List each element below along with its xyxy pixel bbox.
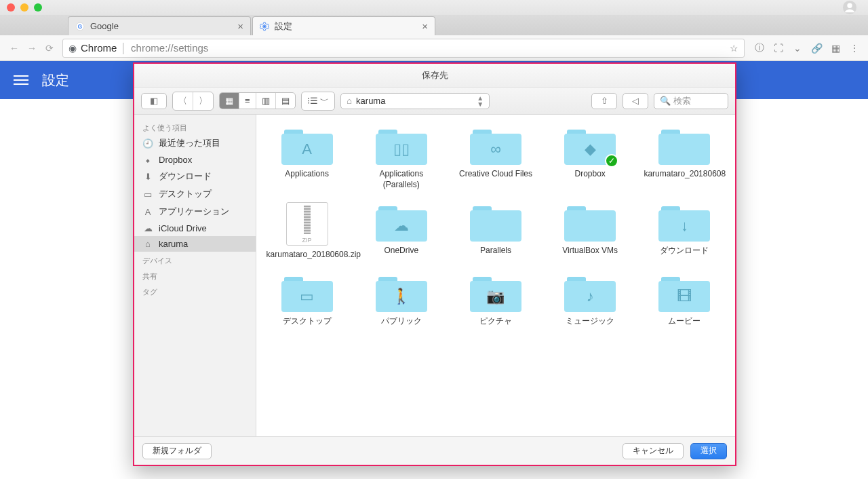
gear-favicon-icon xyxy=(260,22,269,31)
sidebar-item-icloud-drive[interactable]: ☁ iCloud Drive xyxy=(134,221,256,236)
extension-info-icon[interactable]: ⓘ xyxy=(751,42,768,54)
sidebar-item-アプリケーション[interactable]: A アプリケーション xyxy=(134,203,256,221)
file-item[interactable]: ◆ ✓ Dropbox xyxy=(547,126,634,190)
file-item[interactable]: A Applications xyxy=(263,126,351,190)
back-button[interactable]: ← xyxy=(5,43,23,54)
file-label: ムービー xyxy=(668,316,701,327)
extension-fullscreen-icon[interactable]: ⛶ xyxy=(770,43,787,54)
tags-button[interactable]: ◁ xyxy=(623,93,648,109)
file-item[interactable]: VirtualBox VMs xyxy=(547,202,634,261)
sidebar-item-デスクトップ[interactable]: ▭ デスクトップ xyxy=(134,185,256,203)
tab-close-icon[interactable]: × xyxy=(237,21,243,31)
file-label: ピクチャ xyxy=(479,316,512,327)
file-item[interactable]: ▭ デスクトップ xyxy=(263,273,351,327)
updown-icon: ▲▼ xyxy=(477,95,484,107)
file-item[interactable]: ♪ ミュージック xyxy=(547,273,634,327)
file-item[interactable]: ∞ Creative Cloud Files xyxy=(452,126,539,190)
sidebar-tags-header: タグ xyxy=(134,283,256,299)
file-item[interactable]: ZIPkarumataro_20180608.zip xyxy=(263,202,351,261)
column-view-button[interactable]: ▥ xyxy=(256,93,276,109)
browser-tabstrip: G Google × 設定 × xyxy=(0,15,868,35)
file-item[interactable]: Parallels xyxy=(452,202,539,261)
share-button[interactable]: ⇧ xyxy=(591,93,617,109)
address-bar[interactable]: ◉ Chrome │ chrome://settings ☆ xyxy=(62,39,745,58)
svg-text:G: G xyxy=(78,23,82,29)
sidebar-item-karuma[interactable]: ⌂ karuma xyxy=(134,236,256,252)
extension-grid-icon[interactable]: ▦ xyxy=(827,43,844,54)
reload-button[interactable]: ⟳ xyxy=(41,43,58,54)
sidebar-toggle-button[interactable]: ◧ xyxy=(141,93,167,109)
folder-icon: ∞ xyxy=(470,126,521,165)
home-icon: ⌂ xyxy=(142,239,153,249)
file-item[interactable]: ↓ ダウンロード xyxy=(641,202,728,261)
sidebar-devices-header: デバイス xyxy=(134,252,256,267)
group-segment: ⁝☰ ﹀ xyxy=(301,92,336,111)
star-icon[interactable]: ☆ xyxy=(730,43,738,54)
file-label: ダウンロード xyxy=(660,246,709,256)
folder-icon: 🚶 xyxy=(376,273,427,312)
folder-icon: ◆ ✓ xyxy=(564,126,616,165)
gallery-view-button[interactable]: ▤ xyxy=(276,93,295,109)
search-field[interactable]: 🔍 検索 xyxy=(654,93,728,109)
folder-icon: ↓ xyxy=(658,202,710,242)
dialog-title: 保存先 xyxy=(134,64,735,88)
select-button[interactable]: 選択 xyxy=(690,443,727,459)
extension-link-icon[interactable]: 🔗 xyxy=(808,43,825,54)
sidebar-item-dropbox[interactable]: ⬥ Dropbox xyxy=(134,152,256,168)
folder-icon: ☁ xyxy=(376,202,427,242)
dropbox-icon: ⬥ xyxy=(142,155,153,165)
sidebar-item-label: iCloud Drive xyxy=(159,223,207,233)
forward-button[interactable]: → xyxy=(23,43,41,54)
list-view-button[interactable]: ≡ xyxy=(239,93,256,109)
file-item[interactable]: karumataro_20180608 xyxy=(641,126,728,190)
omnibox-chip: Chrome xyxy=(81,42,117,54)
file-item[interactable]: ☁ OneDrive xyxy=(357,202,445,261)
sidebar-item-最近使った項目[interactable]: 🕘 最近使った項目 xyxy=(134,134,256,152)
sidebar-item-label: デスクトップ xyxy=(159,188,212,200)
folder-icon xyxy=(470,202,521,242)
window-minimize-button[interactable] xyxy=(20,3,28,12)
dialog-sidebar: よく使う項目 🕘 最近使った項目⬥ Dropbox⬇ ダウンロード▭ デスクトッ… xyxy=(134,115,256,436)
google-favicon-icon: G xyxy=(75,22,85,31)
sidebar-item-ダウンロード[interactable]: ⬇ ダウンロード xyxy=(134,168,256,185)
window-zoom-button[interactable] xyxy=(34,3,42,12)
icon-view-button[interactable]: ▦ xyxy=(220,93,239,109)
file-label: OneDrive xyxy=(384,246,418,256)
search-placeholder: 検索 xyxy=(673,95,691,107)
file-label: VirtualBox VMs xyxy=(562,246,618,256)
sidebar-item-label: karuma xyxy=(159,239,188,249)
svg-point-4 xyxy=(263,25,266,28)
zip-file-icon: ZIP xyxy=(286,202,328,246)
profile-avatar-icon[interactable] xyxy=(842,0,857,15)
forward-nav-button[interactable]: 〉 xyxy=(193,92,213,110)
extension-pocket-icon[interactable]: ⌄ xyxy=(789,43,806,54)
desktop-icon: ▭ xyxy=(142,189,153,199)
back-nav-button[interactable]: 〈 xyxy=(173,92,193,110)
new-folder-button[interactable]: 新規フォルダ xyxy=(142,443,212,459)
file-item[interactable]: ▯▯ Applications (Parallels) xyxy=(357,126,445,190)
cancel-button[interactable]: キャンセル xyxy=(623,443,684,459)
path-label: karuma xyxy=(356,96,385,106)
folder-icon: 📷 xyxy=(470,273,521,312)
tab-settings[interactable]: 設定 × xyxy=(252,16,435,35)
file-item[interactable]: 🎞 ムービー xyxy=(641,273,728,327)
dialog-footer: 新規フォルダ キャンセル 選択 xyxy=(134,436,735,465)
window-close-button[interactable] xyxy=(7,3,15,12)
tab-label: 設定 xyxy=(275,20,292,33)
path-dropdown[interactable]: ⌂ karuma ▲▼ xyxy=(340,93,490,109)
file-label: パブリック xyxy=(381,316,422,327)
tab-google[interactable]: G Google × xyxy=(68,16,251,35)
browser-toolbar: ← → ⟳ ◉ Chrome │ chrome://settings ☆ ⓘ ⛶… xyxy=(0,35,868,61)
folder-icon: ▭ xyxy=(281,273,333,312)
file-item[interactable]: 📷 ピクチャ xyxy=(452,273,539,327)
chrome-menu-button[interactable]: ⋮ xyxy=(846,43,863,54)
file-item[interactable]: 🚶 パブリック xyxy=(357,273,445,327)
menu-icon[interactable] xyxy=(14,73,28,88)
file-label: Creative Cloud Files xyxy=(459,169,532,180)
group-button[interactable]: ⁝☰ ﹀ xyxy=(302,92,335,110)
folder-icon: ▯▯ xyxy=(376,126,427,165)
home-icon: ⌂ xyxy=(347,96,352,106)
file-label: Applications (Parallels) xyxy=(361,169,442,190)
sidebar-shared-header: 共有 xyxy=(134,267,256,283)
tab-close-icon[interactable]: × xyxy=(422,21,428,31)
